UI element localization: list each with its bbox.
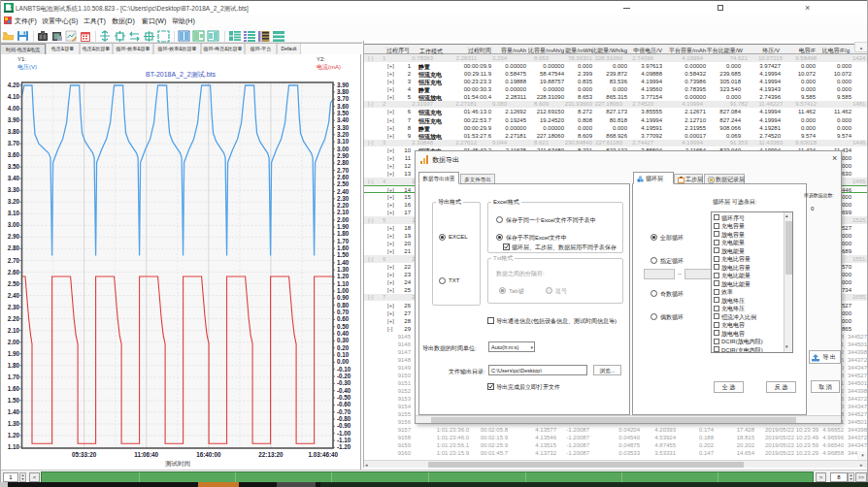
svg-text:2.30: 2.30 xyxy=(8,304,20,310)
svg-text:1.60: 1.60 xyxy=(337,244,350,251)
svg-text:4.00: 4.00 xyxy=(8,105,20,112)
svg-text:3.10: 3.10 xyxy=(337,138,350,145)
svg-text:3.40: 3.40 xyxy=(337,116,350,123)
svg-text:11:06:40: 11:06:40 xyxy=(134,451,158,458)
svg-text:3.20: 3.20 xyxy=(8,198,20,205)
svg-text:05:33:20: 05:33:20 xyxy=(72,451,97,458)
svg-text:-0.20: -0.20 xyxy=(337,373,351,379)
svg-text:2.70: 2.70 xyxy=(8,257,20,264)
svg-text:3.60: 3.60 xyxy=(8,151,20,158)
svg-text:2.00: 2.00 xyxy=(8,339,20,345)
svg-text:1.10: 1.10 xyxy=(337,280,350,287)
svg-text:-0.10: -0.10 xyxy=(337,366,351,373)
svg-text:-0.30: -0.30 xyxy=(337,379,351,386)
svg-text:1.20: 1.20 xyxy=(337,273,350,279)
svg-text:3.70: 3.70 xyxy=(8,140,20,146)
svg-text:3.90: 3.90 xyxy=(8,116,20,123)
svg-text:0.20: 0.20 xyxy=(337,344,350,351)
svg-text:2.60: 2.60 xyxy=(8,269,20,276)
svg-text:4.20: 4.20 xyxy=(8,81,20,88)
svg-text:1.30: 1.30 xyxy=(337,266,350,273)
svg-text:3.30: 3.30 xyxy=(337,124,350,131)
svg-text:3.10: 3.10 xyxy=(8,210,20,216)
svg-text:0.70: 0.70 xyxy=(337,308,350,315)
svg-text:0.80: 0.80 xyxy=(337,302,350,308)
svg-text:1.50: 1.50 xyxy=(8,397,20,404)
svg-text:1.70: 1.70 xyxy=(337,238,350,244)
svg-text:1.10: 1.10 xyxy=(8,443,20,450)
svg-text:3.20: 3.20 xyxy=(337,131,350,138)
svg-text:2.80: 2.80 xyxy=(337,159,350,166)
svg-text:22:13:20: 22:13:20 xyxy=(258,451,284,458)
svg-text:2.50: 2.50 xyxy=(337,180,350,187)
svg-text:1.80: 1.80 xyxy=(337,230,350,237)
svg-text:16:40:00: 16:40:00 xyxy=(196,451,221,458)
svg-text:1.70: 1.70 xyxy=(8,373,20,380)
svg-text:2.30: 2.30 xyxy=(337,195,350,202)
svg-text:3.30: 3.30 xyxy=(8,186,20,193)
svg-text:0.30: 0.30 xyxy=(337,337,350,343)
svg-text:2.70: 2.70 xyxy=(337,167,350,174)
svg-text:0.40: 0.40 xyxy=(337,330,350,337)
svg-text:2.40: 2.40 xyxy=(337,188,350,195)
svg-text:3.00: 3.00 xyxy=(8,221,20,228)
svg-text:1.80: 1.80 xyxy=(8,362,20,369)
svg-text:0.00: 0.00 xyxy=(337,358,350,365)
svg-text:1.40: 1.40 xyxy=(337,259,350,266)
svg-text:0.10: 0.10 xyxy=(337,351,350,358)
svg-text:2.90: 2.90 xyxy=(337,152,350,159)
svg-text:2.50: 2.50 xyxy=(8,280,20,287)
svg-text:3.60: 3.60 xyxy=(337,103,350,110)
svg-text:-0.60: -0.60 xyxy=(337,401,351,407)
svg-text:3.50: 3.50 xyxy=(8,163,20,170)
svg-text:0.60: 0.60 xyxy=(337,315,350,322)
svg-text:3.70: 3.70 xyxy=(337,95,350,102)
svg-text:-0.50: -0.50 xyxy=(337,394,351,401)
svg-text:-0.80: -0.80 xyxy=(337,415,351,422)
svg-text:2.90: 2.90 xyxy=(8,233,20,240)
svg-text:测试时间: 测试时间 xyxy=(165,460,190,468)
svg-text:2.60: 2.60 xyxy=(337,174,350,180)
svg-text:3.50: 3.50 xyxy=(337,110,350,116)
svg-text:1.50: 1.50 xyxy=(337,251,350,258)
svg-text:1.40: 1.40 xyxy=(8,408,20,415)
svg-text:1.00: 1.00 xyxy=(337,287,350,294)
svg-text:-0.90: -0.90 xyxy=(337,422,351,429)
svg-text:0.50: 0.50 xyxy=(337,323,350,330)
svg-text:2.00: 2.00 xyxy=(337,216,350,223)
svg-text:-1.10: -1.10 xyxy=(337,437,351,443)
svg-text:3.80: 3.80 xyxy=(337,88,350,95)
svg-text:1.30: 1.30 xyxy=(8,420,20,427)
svg-text:2.20: 2.20 xyxy=(8,315,20,322)
svg-text:3.00: 3.00 xyxy=(337,146,350,152)
svg-text:-0.40: -0.40 xyxy=(337,387,351,394)
svg-text:3.80: 3.80 xyxy=(8,128,20,135)
svg-text:1.20: 1.20 xyxy=(8,432,20,438)
svg-text:3.40: 3.40 xyxy=(8,175,20,181)
svg-text:1.90: 1.90 xyxy=(337,223,350,230)
svg-text:1.60: 1.60 xyxy=(8,385,20,392)
svg-text:-1.20: -1.20 xyxy=(337,443,351,450)
svg-text:1.90: 1.90 xyxy=(8,350,20,357)
svg-text:-0.70: -0.70 xyxy=(337,408,351,415)
svg-text:1.03:46:40: 1.03:46:40 xyxy=(309,451,339,458)
svg-text:0.90: 0.90 xyxy=(337,294,350,301)
svg-text:2.10: 2.10 xyxy=(8,327,20,334)
svg-text:2.10: 2.10 xyxy=(337,209,350,215)
svg-text:2.40: 2.40 xyxy=(8,292,20,299)
svg-text:2.20: 2.20 xyxy=(337,202,350,209)
svg-text:-1.00: -1.00 xyxy=(337,430,351,437)
svg-text:4.10: 4.10 xyxy=(8,93,20,100)
svg-text:3.90: 3.90 xyxy=(337,81,350,88)
svg-text:2.80: 2.80 xyxy=(8,244,20,251)
